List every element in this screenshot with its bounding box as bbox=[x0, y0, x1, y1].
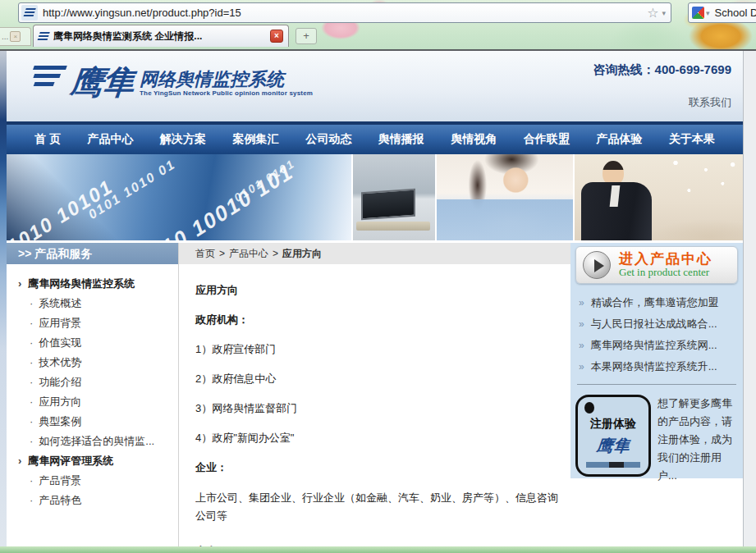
sidebar-item-product-features[interactable]: ·产品特色 bbox=[18, 491, 178, 510]
sidebar-item-application-background[interactable]: ·应用背景 bbox=[18, 313, 178, 333]
item-bullet-icon: · bbox=[30, 336, 33, 349]
active-tab[interactable]: 鹰隼网络舆情监测系统 企业情报... × bbox=[33, 25, 289, 47]
item-bullet-icon: · bbox=[30, 474, 33, 487]
nav-item-alliance[interactable]: 合作联盟 bbox=[524, 132, 570, 147]
partial-tab[interactable]: ... × bbox=[0, 27, 31, 46]
biz-paragraph: 上市公司、集团企业、行业企业（如金融、汽车、奶业、房产等）、信息咨询公司等 bbox=[195, 489, 561, 525]
tab-close-icon[interactable]: × bbox=[270, 30, 283, 43]
search-box[interactable]: ▾ School D bbox=[688, 2, 756, 23]
page-title: 应用方向 bbox=[195, 276, 554, 305]
nav-item-cases[interactable]: 案例集汇 bbox=[233, 132, 279, 147]
sidebar-item-tech-advantage[interactable]: ·技术优势 bbox=[18, 353, 178, 372]
site-logo[interactable]: 鹰隼 网络舆情监控系统 The YingSun Network Public o… bbox=[30, 62, 313, 98]
sidebar-item-how-to-choose[interactable]: ·如何选择适合的舆情监... bbox=[18, 432, 178, 451]
sidebar-item-value-realization[interactable]: ·价值实现 bbox=[18, 333, 178, 353]
bookmark-star-icon[interactable]: ☆ bbox=[647, 5, 658, 21]
sidebar-item-label: 应用方向 bbox=[39, 395, 81, 408]
search-query-text[interactable]: School D bbox=[715, 7, 756, 19]
nav-item-solutions[interactable]: 解决方案 bbox=[160, 132, 206, 147]
item-bullet-icon: · bbox=[30, 415, 33, 427]
nav-item-experience[interactable]: 产品体验 bbox=[596, 132, 642, 147]
sidebar-group-monitor-system[interactable]: ›鹰隼网络舆情监控系统 bbox=[18, 274, 178, 294]
news-link-system-upgrade[interactable]: »本果网络舆情监控系统升... bbox=[579, 356, 738, 377]
sidebar-group-title: 鹰隼网络舆情监控系统 bbox=[28, 277, 135, 290]
browser-window: http://www.yingsun.net/product.php?id=15… bbox=[0, 0, 756, 553]
cta-title: 进入产品中心 bbox=[619, 251, 712, 267]
sidebar-item-label: 技术优势 bbox=[39, 356, 81, 368]
nav-item-products[interactable]: 产品中心 bbox=[87, 132, 133, 147]
new-tab-button[interactable]: + bbox=[296, 28, 317, 44]
sidebar-item-typical-cases[interactable]: ·典型案例 bbox=[18, 412, 178, 432]
nav-item-home[interactable]: 首 页 bbox=[34, 132, 61, 147]
news-link-label: 本果网络舆情监控系统升... bbox=[591, 360, 717, 372]
gov-item: 1）政府宣传部门 bbox=[195, 335, 554, 364]
sidebar-item-label: 如何选择适合的舆情监... bbox=[39, 435, 154, 447]
url-text[interactable]: http://www.yingsun.net/product.php?id=15 bbox=[43, 7, 647, 19]
logo-speedlines-icon bbox=[24, 62, 71, 95]
sidebar-item-label: 功能介绍 bbox=[39, 376, 81, 388]
laptop-screen-shape bbox=[361, 189, 415, 221]
nav-item-opinion-report[interactable]: 舆情播报 bbox=[378, 132, 424, 147]
laptop-base-shape bbox=[356, 222, 430, 231]
main-column: 首页 > 产品中心 > 应用方向 应用方向 政府机构： 1）政府宣传部门 2）政… bbox=[179, 243, 570, 546]
breadcrumb-section-link[interactable]: 产品中心 bbox=[229, 247, 268, 261]
news-link-monitor-system[interactable]: »鹰隼网络舆情监控系统网... bbox=[579, 335, 738, 356]
sidebar-item-label: 价值实现 bbox=[39, 336, 81, 349]
biz-section-heading: 企业： bbox=[195, 453, 554, 482]
right-sidebar: 进入产品中心 Get in product center »精诚合作，鹰隼邀请您… bbox=[570, 243, 743, 546]
sidebar-item-functions[interactable]: ·功能介绍 bbox=[18, 372, 178, 392]
sidebar-group-review-system[interactable]: ›鹰隼网评管理系统 bbox=[18, 451, 178, 471]
news-link-label: 精诚合作，鹰隼邀请您加盟 bbox=[591, 296, 719, 308]
register-badge[interactable]: 注册体验 鹰隼 bbox=[575, 395, 651, 477]
sidebar-item-product-background[interactable]: ·产品背景 bbox=[18, 471, 178, 491]
item-bullet-icon: · bbox=[30, 356, 33, 368]
banner-blue-overlay bbox=[437, 199, 573, 240]
news-bullet-icon: » bbox=[579, 361, 584, 372]
cta-subtitle: Get in product center bbox=[619, 267, 712, 279]
item-bullet-icon: · bbox=[30, 317, 33, 329]
sidebar: >> 产品和服务 ›鹰隼网络舆情监控系统 ·系统概述 ·应用背景 ·价值实现 ·… bbox=[7, 243, 179, 546]
nav-item-company-news[interactable]: 公司动态 bbox=[305, 132, 351, 147]
sidebar-item-application-direction[interactable]: ·应用方向 bbox=[18, 392, 178, 412]
sidebar-item-system-overview[interactable]: ·系统概述 bbox=[18, 294, 178, 313]
article: 应用方向 政府机构： 1）政府宣传部门 2）政府信息中心 3）网络舆情监督部门 … bbox=[179, 264, 570, 546]
breadcrumb-home-link[interactable]: 首页 bbox=[195, 247, 215, 261]
breadcrumb-current: 应用方向 bbox=[282, 247, 322, 261]
item-bullet-icon: · bbox=[30, 494, 33, 506]
sidebar-header: >> 产品和服务 bbox=[7, 243, 178, 264]
page-right-margin bbox=[743, 51, 756, 546]
site-container: 鹰隼 网络舆情监控系统 The YingSun Network Public o… bbox=[7, 51, 743, 546]
banner-binary-image: 1010 10101 0101 1010 01 10 10010 101 010… bbox=[7, 154, 351, 240]
yingsun-favicon-icon bbox=[23, 8, 36, 17]
register-text: 想了解更多鹰隼的产品内容，请注册体验，成为我们的注册用户... bbox=[657, 395, 738, 485]
page-viewport: 鹰隼 网络舆情监控系统 The YingSun Network Public o… bbox=[0, 51, 756, 546]
partial-tab-label: ... bbox=[2, 32, 8, 41]
page-left-margin bbox=[0, 51, 7, 546]
url-bar[interactable]: http://www.yingsun.net/product.php?id=15… bbox=[18, 2, 671, 23]
breadcrumb: 首页 > 产品中心 > 应用方向 bbox=[179, 243, 570, 264]
play-icon bbox=[583, 251, 611, 279]
group-bullet-icon: › bbox=[18, 277, 21, 290]
sidebar-divider bbox=[577, 384, 736, 385]
nav-item-opinion-view[interactable]: 舆情视角 bbox=[451, 132, 497, 147]
partial-tab-close-icon[interactable]: × bbox=[10, 31, 21, 42]
badge-logo-text: 鹰隼 bbox=[577, 435, 650, 457]
nav-item-about[interactable]: 关于本果 bbox=[669, 132, 715, 147]
tab-favicon-icon bbox=[37, 32, 50, 41]
sidebar-group-title: 鹰隼网评管理系统 bbox=[28, 455, 113, 467]
google-search-icon[interactable] bbox=[692, 7, 704, 19]
search-engine-dropdown-icon[interactable]: ▾ bbox=[706, 9, 710, 17]
banner: 1010 10101 0101 1010 01 10 10010 101 010… bbox=[7, 154, 743, 240]
news-link-label: 与人民日报社达成战略合... bbox=[591, 318, 717, 330]
news-link-cooperation[interactable]: »精诚合作，鹰隼邀请您加盟 bbox=[579, 292, 738, 313]
contact-link[interactable]: 联系我们 bbox=[689, 95, 731, 110]
news-link-label: 鹰隼网络舆情监控系统网... bbox=[591, 339, 717, 351]
gov-item: 3）网络舆情监督部门 bbox=[195, 394, 554, 423]
gov-item: 2）政府信息中心 bbox=[195, 364, 554, 394]
enter-product-center-button[interactable]: 进入产品中心 Get in product center bbox=[575, 246, 738, 284]
url-dropdown-icon[interactable]: ▾ bbox=[662, 9, 666, 17]
news-link-peoples-daily[interactable]: »与人民日报社达成战略合... bbox=[579, 313, 738, 335]
sidebar-item-label: 产品背景 bbox=[39, 474, 81, 487]
item-bullet-icon: · bbox=[30, 435, 33, 447]
item-bullet-icon: · bbox=[30, 395, 33, 408]
